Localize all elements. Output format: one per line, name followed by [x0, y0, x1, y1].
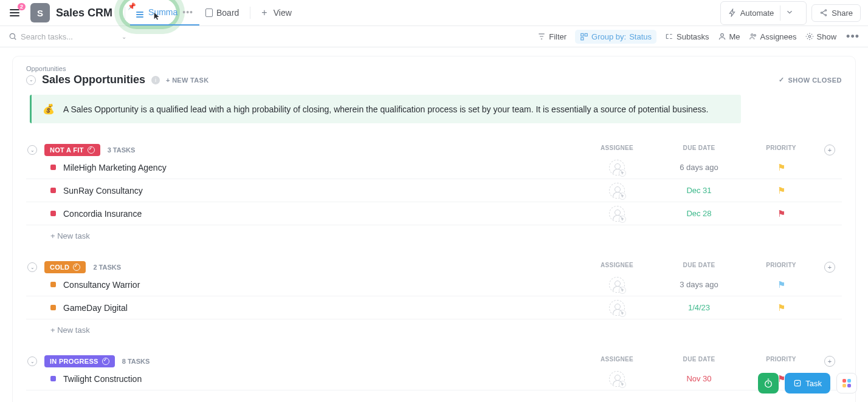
due-date-cell[interactable]: Nov 30 [653, 374, 745, 383]
add-column[interactable]: + [824, 262, 835, 273]
search-input[interactable] [21, 32, 118, 41]
priority-flag[interactable]: ⚑ [745, 162, 818, 173]
show-button[interactable]: Show [805, 32, 837, 41]
due-date-cell[interactable]: 1/4/23 [653, 303, 745, 312]
collapse-list[interactable]: ⌄ [26, 75, 36, 85]
assignees-button[interactable]: Assignees [749, 32, 797, 41]
due-date-cell[interactable]: 3 days ago [653, 280, 745, 289]
me-label: Me [729, 32, 740, 41]
assignee-cell[interactable]: + [580, 371, 653, 387]
assignee-cell[interactable]: + [580, 277, 653, 293]
svg-point-3 [10, 33, 15, 38]
task-row[interactable]: MileHigh Marketing Agency + 6 days ago ⚑ [26, 156, 842, 179]
new-task-header[interactable]: + NEW TASK [166, 77, 208, 84]
automate-button[interactable]: Automate [720, 1, 807, 25]
group-header: ⌄ COLD 2 TASKS ASSIGNEE DUE DATE PRIORIT… [26, 261, 842, 273]
task-row[interactable]: SunRay Consultancy + Dec 31 ⚑ [26, 179, 842, 202]
automate-dropdown[interactable] [780, 5, 799, 21]
create-task-button[interactable]: Task [785, 373, 830, 393]
add-assignee-icon: + [619, 192, 626, 200]
assignee-placeholder[interactable]: + [609, 206, 625, 222]
search-options[interactable]: ⌄ [122, 33, 126, 40]
more-options[interactable]: ••• [846, 30, 859, 43]
assignee-placeholder[interactable]: + [609, 277, 625, 293]
share-button[interactable]: Share [811, 4, 861, 22]
show-closed[interactable]: ✓ SHOW CLOSED [779, 76, 842, 84]
chevron-down-icon [785, 8, 794, 16]
info-icon[interactable]: i [151, 76, 160, 84]
status-pill[interactable]: COLD [44, 261, 86, 273]
subtasks-button[interactable]: Subtasks [665, 32, 709, 41]
assignee-placeholder[interactable]: + [609, 183, 625, 199]
due-date-cell[interactable]: 6 days ago [653, 163, 745, 172]
priority-flag[interactable]: ⚑ [745, 302, 818, 313]
share-icon [819, 9, 828, 17]
task-row[interactable]: Concordia Insurance + Dec 28 ⚑ [26, 202, 842, 225]
tab-options-icon[interactable]: ••• [182, 7, 193, 17]
filter-icon [537, 32, 546, 41]
svg-rect-6 [581, 38, 584, 40]
status-square-icon [50, 376, 56, 381]
person-icon [718, 32, 726, 41]
task-name: MileHigh Marketing Agency [63, 163, 167, 172]
due-date-cell[interactable]: Dec 28 [653, 209, 745, 218]
filter-button[interactable]: Filter [537, 32, 567, 41]
group-header: ⌄ NOT A FIT 3 TASKS ASSIGNEE DUE DATE PR… [26, 144, 842, 156]
assignee-cell[interactable]: + [580, 160, 653, 175]
bolt-icon [728, 9, 737, 17]
plus-icon [261, 7, 269, 18]
me-button[interactable]: Me [718, 32, 740, 41]
collapse-group[interactable]: ⌄ [27, 356, 37, 366]
assignee-placeholder[interactable]: + [609, 160, 625, 175]
assignee-cell[interactable]: + [580, 206, 653, 222]
show-label: Show [817, 32, 837, 41]
status-label: IN PROGRESS [50, 358, 98, 365]
assignee-cell[interactable]: + [580, 183, 653, 199]
list-panel: Opportunities ⌄ Sales Opportunities i + … [12, 56, 856, 402]
new-task-row[interactable]: + New task [26, 231, 842, 240]
due-date-cell[interactable]: Dec 31 [653, 186, 745, 195]
task-row[interactable]: Twilight Construction + Nov 30 ⚑ [26, 367, 842, 390]
tab-add-view[interactable]: View [255, 0, 297, 26]
assignee-placeholder[interactable]: + [609, 371, 625, 387]
menu-toggle[interactable]: 2 [7, 5, 22, 20]
add-column[interactable]: + [824, 356, 835, 367]
priority-flag[interactable]: ⚑ [745, 208, 818, 219]
priority-flag[interactable]: ⚑ [745, 185, 818, 196]
top-bar: 2 S Sales CRM 📌 Summa ••• Board View Aut… [0, 0, 868, 26]
add-assignee-icon: + [619, 216, 626, 223]
task-name-cell: Twilight Construction [50, 374, 580, 384]
list-icon [136, 12, 145, 13]
svg-point-7 [720, 33, 723, 36]
task-row[interactable]: Consultancy Warrior + 3 days ago ⚑ [26, 273, 842, 296]
group-icon [580, 32, 588, 41]
tab-summary[interactable]: 📌 Summa ••• [130, 0, 199, 26]
svg-point-9 [754, 35, 756, 36]
tab-board[interactable]: Board [199, 0, 245, 26]
space-avatar[interactable]: S [30, 3, 50, 22]
collapse-group[interactable]: ⌄ [27, 145, 37, 155]
priority-flag[interactable]: ⚑ [745, 279, 818, 290]
assignee-cell[interactable]: + [580, 300, 653, 316]
breadcrumb[interactable]: Opportunities [26, 65, 842, 72]
task-name: Consultancy Warrior [63, 280, 140, 290]
apps-button[interactable] [836, 373, 857, 393]
tab-label: View [274, 8, 292, 18]
timer-button[interactable] [758, 373, 779, 393]
collapse-group[interactable]: ⌄ [27, 262, 37, 272]
task-row[interactable]: GameDay Digital + 1/4/23 ⚑ [26, 296, 842, 319]
status-pill[interactable]: IN PROGRESS [44, 355, 115, 367]
automate-label: Automate [740, 9, 774, 18]
status-label: NOT A FIT [50, 146, 84, 154]
assignee-placeholder[interactable]: + [609, 300, 625, 316]
group-by-button[interactable]: Group by: Status [575, 30, 656, 44]
col-priority: PRIORITY [745, 356, 818, 367]
status-pill[interactable]: NOT A FIT [44, 144, 100, 156]
add-column[interactable]: + [824, 145, 835, 155]
subtasks-icon [665, 32, 673, 41]
new-task-row[interactable]: + New task [26, 325, 842, 335]
col-assignee: ASSIGNEE [580, 145, 653, 155]
task-name-cell: MileHigh Marketing Agency [50, 163, 580, 172]
col-assignee: ASSIGNEE [580, 356, 653, 367]
task-name-cell: Consultancy Warrior [50, 280, 580, 290]
